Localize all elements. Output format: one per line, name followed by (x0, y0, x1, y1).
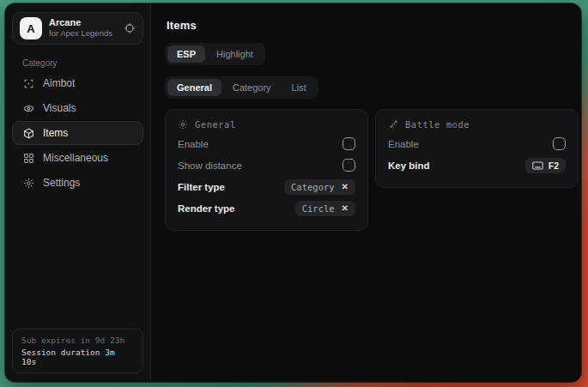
setting-row-filter-type: Filter type Category ✕ (178, 176, 355, 197)
sidebar-item-miscellaneous[interactable]: Miscellaneous (12, 146, 143, 170)
setting-row-key-bind: Key bind F2 (388, 154, 566, 176)
setting-label: Filter type (178, 182, 225, 192)
subscription-info-card: Sub expires in 9d 23h Session duration 3… (12, 329, 143, 373)
app-title: Arcane (49, 17, 117, 28)
setting-row-enable: Enable (388, 133, 566, 154)
sidebar: A Arcane for Apex Legends Category (5, 3, 151, 382)
app-subtitle: for Apex Legends (49, 28, 117, 39)
main-content: Items ESP Highlight General Category Lis… (151, 3, 581, 382)
grid-icon (23, 153, 34, 164)
sidebar-item-settings[interactable]: Settings (12, 171, 143, 195)
sidebar-header-card: A Arcane for Apex Legends (12, 12, 143, 45)
sidebar-item-visuals[interactable]: Visuals (12, 96, 143, 120)
keyboard-icon (532, 161, 543, 170)
render-type-value: Circle (302, 203, 335, 214)
sidebar-item-label: Items (43, 127, 68, 139)
sidebar-item-label: Visuals (43, 102, 76, 114)
setting-label: Key bind (388, 160, 430, 171)
battle-enable-checkbox[interactable] (553, 137, 566, 150)
key-bind-button[interactable]: F2 (525, 158, 566, 173)
sidebar-item-label: Settings (43, 177, 80, 189)
close-icon[interactable]: ✕ (342, 182, 349, 191)
tab-category[interactable]: Category (223, 79, 281, 96)
battle-mode-panel-header: Battle mode (388, 119, 566, 130)
key-bind-value: F2 (549, 160, 559, 171)
setting-label: Enable (178, 139, 209, 149)
sun-icon (178, 119, 188, 130)
sub-expires-text: Sub expires in 9d 23h (21, 336, 134, 345)
battle-mode-panel: Battle mode Enable Key bind (375, 109, 579, 188)
general-panel: General Enable Show distance Filter type… (165, 109, 368, 231)
mode-tabbar: ESP Highlight (165, 43, 265, 65)
setting-label: Enable (388, 139, 419, 149)
session-duration-text: Session duration 3m 10s (21, 348, 134, 366)
setting-label: Render type (178, 203, 234, 214)
enable-checkbox[interactable] (342, 137, 355, 150)
sidebar-item-label: Miscellaneous (43, 152, 108, 164)
package-icon (23, 128, 34, 139)
tab-esp[interactable]: ESP (167, 45, 205, 63)
sidebar-item-label: Aimbot (43, 77, 75, 89)
app-window: A Arcane for Apex Legends Category (5, 3, 581, 382)
render-type-select[interactable]: Circle ✕ (295, 201, 355, 216)
gear-icon (23, 178, 34, 189)
tab-list[interactable]: List (282, 79, 316, 96)
sword-icon (388, 119, 398, 130)
view-tabbar: General Category List (165, 76, 318, 99)
sidebar-nav: Aimbot Visuals Items (12, 71, 143, 195)
category-label: Category (22, 58, 143, 68)
panel-title: General (195, 119, 236, 130)
filter-type-select[interactable]: Category ✕ (284, 179, 355, 195)
page-title: Items (167, 19, 579, 32)
app-logo: A (20, 17, 42, 39)
setting-row-render-type: Render type Circle ✕ (178, 197, 355, 219)
setting-row-show-distance: Show distance (178, 154, 355, 176)
tab-highlight[interactable]: Highlight (207, 45, 263, 63)
target-icon[interactable] (124, 22, 136, 34)
tab-general[interactable]: General (167, 79, 221, 96)
general-panel-header: General (178, 119, 355, 130)
sidebar-item-aimbot[interactable]: Aimbot (12, 71, 143, 95)
filter-type-value: Category (291, 182, 335, 192)
setting-label: Show distance (178, 160, 242, 171)
sidebar-item-items[interactable]: Items (12, 121, 143, 145)
panels-row: General Enable Show distance Filter type… (165, 109, 579, 231)
panel-title: Battle mode (405, 119, 470, 130)
show-distance-checkbox[interactable] (342, 159, 355, 172)
close-icon[interactable]: ✕ (342, 203, 349, 213)
crosshair-icon (23, 78, 34, 89)
eye-icon (23, 103, 34, 114)
setting-row-enable: Enable (178, 133, 355, 154)
